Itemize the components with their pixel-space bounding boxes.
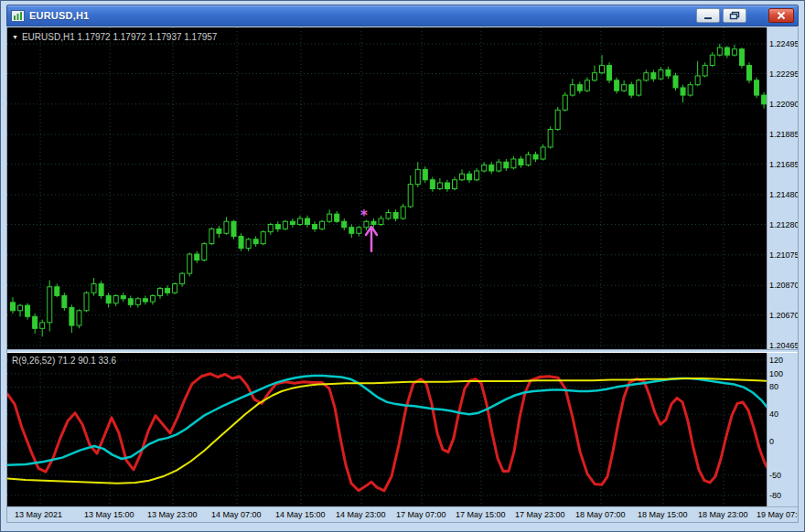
candle-body <box>681 88 685 95</box>
candle-body <box>600 66 605 73</box>
candle-body <box>460 174 465 180</box>
indicator-canvas[interactable]: R(9,26,52) 71.2 90.1 33.6 <box>7 353 767 506</box>
minimize-button[interactable] <box>696 8 720 23</box>
candle-body <box>224 221 229 233</box>
candle-body <box>275 225 280 229</box>
candle-body <box>615 80 619 90</box>
candle-body <box>415 169 420 184</box>
candle-body <box>585 80 589 90</box>
candlestick-chart[interactable]: * <box>7 27 767 349</box>
candle-body <box>231 221 236 236</box>
candle-body <box>423 169 427 179</box>
candle-body <box>253 239 258 244</box>
candle-body <box>666 69 671 76</box>
candle-body <box>747 66 752 80</box>
candle-body <box>489 165 494 171</box>
candle-body <box>453 180 457 189</box>
close-button[interactable] <box>768 8 794 23</box>
title-bar[interactable]: EURUSD,H1 <box>6 5 799 27</box>
candle-body <box>371 221 376 224</box>
time-label: 14 May 23:00 <box>336 510 386 519</box>
candle-body <box>166 288 170 293</box>
candle-body <box>150 296 155 303</box>
window-controls <box>693 8 794 23</box>
candle-body <box>135 299 140 305</box>
candle-body <box>607 66 612 80</box>
indicator-line-fast <box>7 374 767 491</box>
candle-body <box>55 287 59 296</box>
candle-body <box>717 48 722 55</box>
candle-body <box>297 218 302 225</box>
candle-body <box>106 296 111 303</box>
price-axis-label: 1.22090 <box>769 100 798 109</box>
price-axis[interactable]: 1.224951.222951.220901.218851.216851.214… <box>767 27 798 349</box>
candle-body <box>128 299 133 305</box>
candle-body <box>430 180 435 189</box>
candle-body <box>393 213 398 219</box>
candle-body <box>401 207 405 218</box>
restore-icon <box>729 11 740 20</box>
candle-body <box>195 254 199 261</box>
candle-body <box>651 73 656 80</box>
price-panel: * ▼ EURUSD,H1 1.17972 1.17972 1.17937 1.… <box>7 27 798 349</box>
time-label: 14 May 15:00 <box>275 510 326 519</box>
time-label: 18 May 07:00 <box>575 510 626 519</box>
candle-body <box>445 183 449 189</box>
indicator-values-label: R(9,26,52) 71.2 90.1 33.6 <box>12 356 116 366</box>
candle-body <box>644 73 649 80</box>
candle-body <box>290 221 295 224</box>
price-axis-label: 1.21075 <box>769 250 798 260</box>
oscillator-chart[interactable] <box>7 353 767 506</box>
candle-body <box>188 254 192 273</box>
candle-body <box>570 85 574 95</box>
candle-body <box>548 129 553 147</box>
candle-body <box>209 229 214 243</box>
candle-body <box>379 218 383 225</box>
price-axis-label: 1.22295 <box>769 69 798 79</box>
time-label: 18 May 23:00 <box>698 510 748 519</box>
candle-body <box>306 218 310 225</box>
indicator-axis-label: -80 <box>769 491 781 500</box>
restore-button[interactable] <box>723 8 746 23</box>
collapse-arrow-icon[interactable]: ▼ <box>12 34 18 40</box>
candle-body <box>563 95 567 110</box>
indicator-axis[interactable]: 12010080400-50-80 <box>767 353 798 506</box>
candle-body <box>173 284 177 293</box>
candle-body <box>629 85 634 95</box>
buy-arrow-annotation: * <box>360 207 377 251</box>
candle-body <box>408 185 413 207</box>
candle-body <box>158 288 163 295</box>
time-label: 17 May 23:00 <box>515 510 565 519</box>
time-label: 14 May 07:00 <box>211 510 262 519</box>
candle-body <box>437 183 442 189</box>
symbol-ohlc-label: ▼ EURUSD,H1 1.17972 1.17972 1.17937 1.17… <box>12 32 217 42</box>
candle-body <box>335 214 339 221</box>
indicator-axis-label: 0 <box>769 437 774 446</box>
candle-body <box>113 296 118 303</box>
candle-body <box>467 174 472 180</box>
candle-body <box>84 293 89 311</box>
candle-body <box>688 85 692 95</box>
candle-body <box>202 244 207 261</box>
candle-body <box>143 299 147 302</box>
candle-body <box>703 66 707 76</box>
time-label: 13 May 15:00 <box>84 510 134 519</box>
indicator-line-slow <box>7 378 767 484</box>
window-title: EURUSD,H1 <box>29 10 89 21</box>
candle-body <box>283 221 287 229</box>
price-chart-canvas[interactable]: * ▼ EURUSD,H1 1.17972 1.17972 1.17937 1.… <box>7 27 767 349</box>
price-axis-label: 1.20465 <box>769 341 798 349</box>
indicator-line-medium <box>7 376 767 465</box>
candle-body <box>475 171 479 180</box>
price-axis-label: 1.22495 <box>769 39 798 48</box>
candle-body <box>622 85 627 91</box>
candle-body <box>48 287 52 323</box>
close-icon <box>777 11 786 20</box>
candle-body <box>386 213 391 219</box>
time-label: 17 May 07:00 <box>396 510 446 519</box>
symbol-ohlc-text: EURUSD,H1 1.17972 1.17972 1.17937 1.1795… <box>22 32 218 42</box>
time-axis[interactable]: 13 May 202113 May 15:0013 May 23:0014 Ma… <box>7 506 798 522</box>
candle-body <box>18 305 23 311</box>
indicator-axis-label: 100 <box>769 369 783 378</box>
candle-body <box>637 80 641 95</box>
